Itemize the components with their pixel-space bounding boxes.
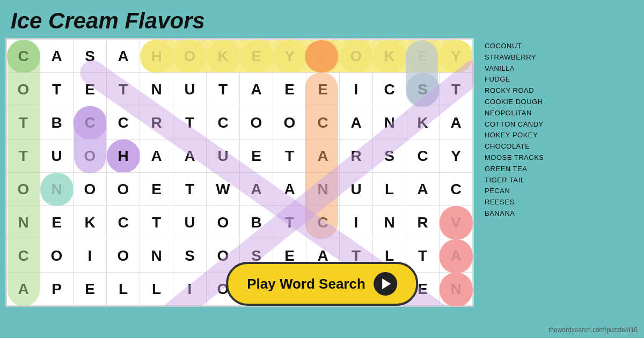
word-list-item: COCONUT [485,41,560,52]
grid-cell: O [7,173,40,206]
grid-cell: B [240,206,273,239]
play-button-label: Play Word Search [247,276,365,292]
grid-cell: O [107,173,140,206]
attribution: thewordsearch.com/puzzle/416 [548,326,638,334]
grid-cell: E [406,40,440,73]
grid-cell: N [440,273,473,306]
grid-cell: C [306,206,340,239]
grid-cell: C [107,106,140,139]
grid-cell: C [7,239,40,273]
grid-cell: N [306,173,340,206]
grid-cell: I [340,73,373,106]
grid-cell: N [373,206,406,239]
grid-cell: A [240,173,273,206]
grid-cell: R [406,206,440,239]
grid-cell: E [273,73,306,106]
grid-cell: E [240,40,273,73]
word-list-item: COOKIE DOUGH [485,97,560,108]
grid-cell: B [40,106,74,139]
word-list-item: CHOCOLATE [485,141,560,152]
grid-cell: C [74,106,107,139]
grid-cell: A [7,273,40,306]
grid-cell: O [273,106,306,139]
word-list-item: GREEN TEA [485,164,560,175]
grid-cell: U [340,173,373,206]
grid-cell: C [7,40,40,73]
grid-cell: T [7,106,40,139]
grid-cell: O [173,40,207,73]
grid-cell: W [207,173,240,206]
grid-cell: Y [440,40,473,73]
play-button-container: Play Word Search [226,262,418,306]
grid-cell: E [74,73,107,106]
grid-cell: C [406,139,440,173]
grid-cell: K [406,106,440,139]
grid-cell: T [140,206,173,239]
word-list-item: COTTON CANDY [485,119,560,130]
grid-cell: A [440,239,473,273]
word-list-item: BANANA [485,208,560,219]
grid-cell: L [107,273,140,306]
grid-cell: T [173,106,207,139]
grid-cell: S [406,73,440,106]
grid-cell: O [240,106,273,139]
grid-cell: N [140,239,173,273]
grid-cell: E [40,206,74,239]
grid-cell: T [107,73,140,106]
word-list-item: REESES [485,197,560,208]
grid-cell: T [207,73,240,106]
grid-cell: C [440,173,473,206]
grid-cell: Y [273,40,306,73]
grid-cell: U [207,139,240,173]
grid-cell: I [173,273,207,306]
word-list-item: TIGER TAIL [485,175,560,186]
grid-cell: T [273,139,306,173]
grid-cell: A [273,173,306,206]
page-title: Ice Cream Flavors [0,0,644,38]
grid-cell: K [207,40,240,73]
grid-cell: S [74,40,107,73]
grid-cell: E [74,273,107,306]
grid-cell: A [440,106,473,139]
grid-cell: N [7,206,40,239]
grid-cell: A [173,139,207,173]
grid-cell: A [306,139,340,173]
grid-cell: R [140,106,173,139]
grid-cell: C [107,206,140,239]
word-list-item: MOOSE TRACKS [485,152,560,164]
grid-cell: Y [440,139,473,173]
play-word-search-button[interactable]: Play Word Search [226,262,418,306]
word-list-item: PECAN [485,186,560,197]
grid-cell: O [340,40,373,73]
grid-cell: P [306,40,340,73]
word-list-item: VANILLA [485,63,560,75]
word-list-item: FUDGE [485,74,560,85]
grid-cell: U [40,139,74,173]
grid-cell: O [40,239,74,273]
word-list-item: STRAWBERRY [485,52,560,63]
grid-cell: U [173,73,207,106]
grid-cell: N [40,173,74,206]
grid-cell: O [74,139,107,173]
grid-cell: S [173,239,207,273]
word-list: COCONUTSTRAWBERRYVANILLAFUDGEROCKY ROADC… [479,38,565,307]
grid-cell: T [7,139,40,173]
grid-cell: C [373,73,406,106]
grid-cell: O [107,239,140,273]
grid-cell: T [40,73,74,106]
grid-cell: K [373,40,406,73]
grid-cell: L [373,173,406,206]
grid-cell: A [107,40,140,73]
grid-cell: K [74,206,107,239]
word-list-item: HOKEY POKEY [485,130,560,141]
grid-cell: L [140,273,173,306]
grid-cell: T [173,173,207,206]
grid-cell: H [140,40,173,73]
grid-cell: A [406,173,440,206]
grid-cell: I [340,206,373,239]
grid-cell: N [140,73,173,106]
grid-cell: O [74,173,107,206]
grid-cell: I [74,239,107,273]
grid-cell: A [340,106,373,139]
grid-cell: U [173,206,207,239]
